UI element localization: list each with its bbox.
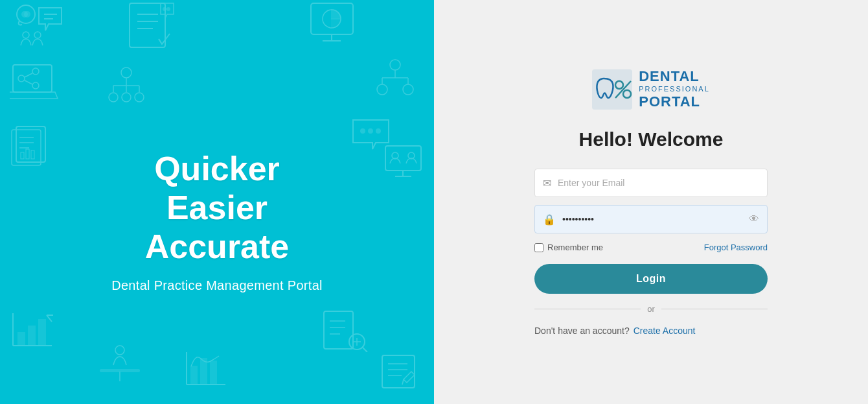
svg-point-22	[377, 84, 387, 95]
svg-point-12	[167, 8, 170, 10]
svg-line-29	[25, 80, 32, 84]
svg-point-6	[34, 32, 41, 38]
svg-line-28	[25, 73, 32, 77]
svg-point-25	[18, 75, 25, 82]
svg-rect-48	[18, 333, 25, 346]
email-input-wrapper: ✉	[534, 169, 768, 197]
email-input[interactable]	[558, 178, 759, 188]
remember-label[interactable]: Remember me	[547, 243, 603, 252]
svg-line-71	[402, 379, 404, 385]
hero-text: Quicker Easier Accurate Dental Practice …	[111, 150, 323, 292]
login-form: ✉ 🔒 👁 Remember me Forgot Password Login …	[534, 169, 768, 336]
svg-point-78	[109, 93, 118, 102]
email-icon: ✉	[543, 177, 551, 189]
divider-row: or	[534, 304, 768, 314]
svg-rect-24	[13, 65, 52, 92]
hero-line3: Accurate	[145, 228, 290, 265]
svg-point-11	[163, 8, 166, 10]
svg-rect-67	[382, 355, 415, 388]
svg-rect-56	[191, 366, 197, 385]
svg-rect-39	[26, 149, 29, 159]
svg-line-64	[362, 347, 367, 352]
svg-point-72	[121, 67, 131, 78]
hero-subtitle: Dental Practice Management Portal	[111, 278, 323, 293]
svg-point-2	[25, 12, 30, 17]
eye-icon[interactable]: 👁	[749, 213, 759, 225]
create-account-row: Don't have an account? Create Account	[534, 326, 768, 336]
svg-rect-49	[29, 326, 35, 346]
divider-left	[534, 309, 641, 309]
remember-left: Remember me	[534, 243, 603, 252]
svg-rect-38	[21, 152, 24, 159]
logo-icon	[592, 69, 632, 110]
welcome-title: Hello! Welcome	[579, 128, 724, 150]
hero-line2: Easier	[166, 189, 268, 226]
logo-portal: PORTAL	[639, 93, 710, 110]
svg-point-32	[376, 129, 380, 133]
right-panel: DENTAL PROFESSIONAL PORTAL Hello! Welcom…	[434, 0, 868, 404]
svg-point-80	[135, 93, 144, 102]
svg-rect-52	[100, 370, 139, 372]
svg-rect-40	[31, 150, 34, 159]
logo-text-area: DENTAL PROFESSIONAL PORTAL	[639, 68, 710, 111]
remember-row: Remember me Forgot Password	[534, 243, 768, 252]
divider-or: or	[647, 304, 655, 314]
remember-checkbox[interactable]	[534, 243, 543, 252]
password-input[interactable]	[562, 214, 749, 224]
svg-point-5	[23, 32, 29, 38]
logo-professional: PROFESSIONAL	[639, 85, 710, 93]
login-button[interactable]: Login	[534, 264, 768, 294]
svg-point-30	[361, 129, 365, 133]
lock-icon: 🔒	[543, 213, 556, 226]
create-account-link[interactable]: Create Account	[634, 326, 696, 336]
svg-point-51	[115, 346, 124, 355]
svg-rect-41	[385, 146, 421, 171]
svg-point-23	[403, 84, 413, 95]
svg-point-79	[122, 93, 131, 102]
password-input-wrapper: 🔒 👁	[534, 205, 768, 233]
svg-rect-50	[39, 320, 45, 346]
svg-point-26	[32, 68, 39, 75]
logo-dental: DENTAL	[639, 68, 710, 85]
svg-rect-57	[201, 359, 207, 385]
hero-line1: Quicker	[154, 150, 280, 187]
svg-point-17	[390, 60, 400, 70]
forgot-password-link[interactable]: Forgot Password	[704, 243, 768, 252]
divider-right	[661, 309, 768, 309]
left-panel: Quicker Easier Accurate Dental Practice …	[0, 0, 434, 404]
svg-point-27	[32, 82, 39, 89]
svg-point-31	[369, 129, 372, 133]
no-account-text: Don't have an account?	[534, 326, 630, 336]
logo-area: DENTAL PROFESSIONAL PORTAL	[592, 68, 710, 111]
svg-rect-58	[211, 361, 216, 385]
